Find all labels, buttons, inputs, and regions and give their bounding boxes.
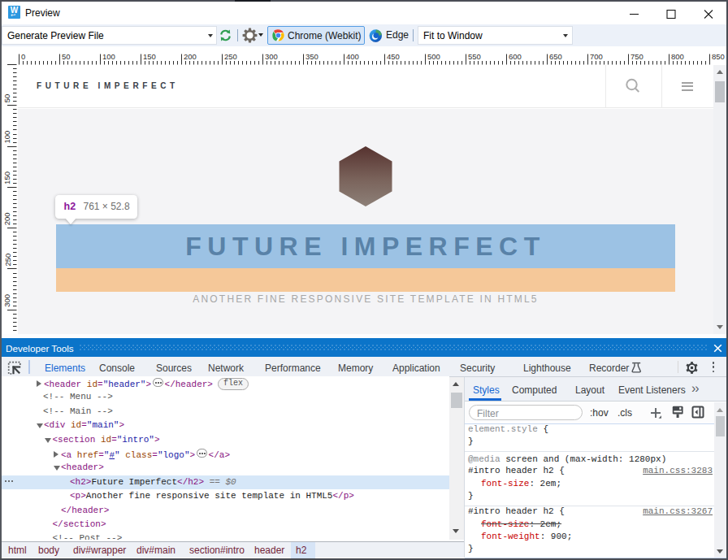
- svg-text:100: 100: [3, 131, 12, 144]
- svg-text:600: 600: [509, 52, 522, 61]
- svg-text:50: 50: [62, 52, 71, 61]
- svg-text:350: 350: [306, 52, 318, 61]
- svg-text:450: 450: [387, 52, 400, 61]
- svg-text:150: 150: [3, 171, 12, 184]
- svg-text:300: 300: [3, 294, 12, 307]
- svg-text:250: 250: [3, 254, 12, 267]
- svg-text:150: 150: [143, 52, 156, 61]
- svg-text:850: 850: [712, 52, 725, 61]
- svg-text:700: 700: [590, 52, 603, 61]
- svg-text:550: 550: [468, 52, 481, 61]
- svg-text:100: 100: [102, 52, 115, 61]
- svg-text:400: 400: [346, 52, 359, 61]
- svg-text:300: 300: [265, 52, 278, 61]
- svg-text:0: 0: [21, 52, 25, 61]
- svg-text:250: 250: [224, 52, 237, 61]
- svg-text:200: 200: [3, 212, 12, 225]
- svg-text:500: 500: [427, 52, 440, 61]
- svg-text:650: 650: [549, 52, 562, 61]
- svg-text:750: 750: [630, 52, 644, 61]
- svg-text:800: 800: [671, 52, 684, 61]
- svg-text:50: 50: [3, 94, 12, 103]
- svg-text:200: 200: [184, 52, 197, 61]
